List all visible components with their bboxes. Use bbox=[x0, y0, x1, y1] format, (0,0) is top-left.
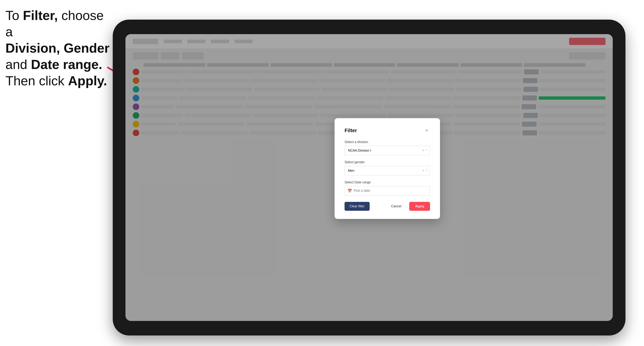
date-range-input[interactable] bbox=[344, 186, 430, 195]
division-select[interactable]: NCAA Division I NCAA Division II NCAA Di… bbox=[344, 146, 430, 155]
gender-chevron-icon: ⌃ bbox=[426, 169, 428, 172]
date-input-wrapper: 📅 bbox=[344, 186, 430, 195]
division-gender-keyword: Division, Gender bbox=[6, 41, 110, 55]
cancel-button[interactable]: Cancel bbox=[386, 202, 406, 211]
apply-keyword: Apply. bbox=[68, 74, 107, 88]
division-chevron-icon: ⌃ bbox=[426, 149, 428, 152]
gender-form-group: Select gender Men Women × ⌃ bbox=[344, 160, 430, 175]
clear-filter-button[interactable]: Clear filter bbox=[344, 202, 370, 211]
calendar-icon: 📅 bbox=[348, 189, 352, 193]
modal-title: Filter bbox=[344, 128, 357, 133]
gender-select-icons: × ⌃ bbox=[422, 169, 428, 172]
division-form-group: Select a division NCAA Division I NCAA D… bbox=[344, 140, 430, 155]
modal-header: Filter × bbox=[344, 127, 430, 134]
gender-select[interactable]: Men Women bbox=[344, 166, 430, 175]
date-range-form-group: Select Date range 📅 bbox=[344, 180, 430, 195]
filter-modal: Filter × Select a division NCAA Division… bbox=[334, 118, 440, 219]
gender-select-wrapper: Men Women × ⌃ bbox=[344, 166, 430, 175]
modal-overlay[interactable]: Filter × Select a division NCAA Division… bbox=[126, 34, 613, 321]
modal-close-button[interactable]: × bbox=[424, 127, 430, 134]
date-range-keyword: Date range. bbox=[31, 57, 102, 72]
tablet-screen: Filter × Select a division NCAA Division… bbox=[126, 34, 613, 321]
division-label: Select a division bbox=[344, 140, 430, 144]
gender-label: Select gender bbox=[344, 160, 430, 164]
select-icons: × ⌃ bbox=[422, 149, 428, 152]
instruction-text: To Filter, choose a Division, Gender and… bbox=[6, 7, 111, 89]
modal-footer: Clear filter Cancel Apply bbox=[344, 202, 430, 211]
division-clear-icon[interactable]: × bbox=[422, 149, 424, 152]
apply-button[interactable]: Apply bbox=[409, 202, 430, 211]
filter-keyword: Filter, bbox=[23, 8, 58, 23]
gender-clear-icon[interactable]: × bbox=[422, 169, 424, 172]
date-range-label: Select Date range bbox=[344, 180, 430, 184]
division-select-wrapper: NCAA Division I NCAA Division II NCAA Di… bbox=[344, 146, 430, 155]
tablet-frame: Filter × Select a division NCAA Division… bbox=[113, 20, 626, 336]
modal-footer-right: Cancel Apply bbox=[386, 202, 430, 211]
